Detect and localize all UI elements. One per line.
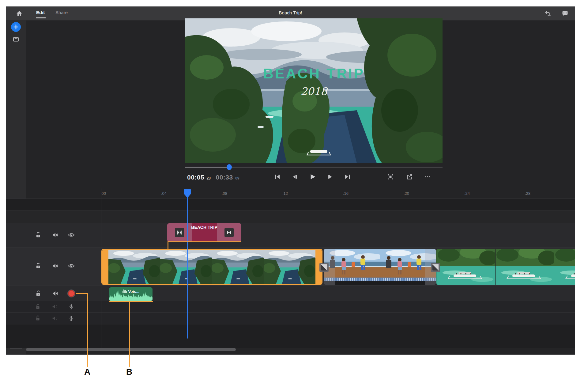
tab-edit-label: Edit xyxy=(36,10,45,15)
feedback-icon[interactable] xyxy=(561,10,569,17)
playhead-marker[interactable] xyxy=(183,189,191,198)
video-clip-2-thumbnails xyxy=(324,249,436,281)
voiceover-underline xyxy=(109,301,153,302)
video-clip-2-audio-waveform xyxy=(324,278,436,281)
title-clip-duration-underline xyxy=(168,241,241,242)
current-time: 00:05 xyxy=(187,174,204,181)
ruler-tick: :00 xyxy=(101,188,112,199)
preview-scrubber-played xyxy=(185,167,230,168)
timecode-display: 00:05 23 00:33 09 xyxy=(187,174,239,181)
track-row-title xyxy=(6,223,575,247)
record-voiceover-button[interactable] xyxy=(68,290,75,297)
track-row-voiceover xyxy=(6,286,575,301)
more-options-icon[interactable] xyxy=(424,173,431,180)
transition-icon[interactable] xyxy=(431,263,440,272)
frame-forward-button[interactable] xyxy=(326,173,334,180)
ruler-tick: :08 xyxy=(215,188,234,199)
total-frames: 09 xyxy=(235,176,239,180)
track-row-empty-2 xyxy=(6,210,575,223)
ruler-tick: :24 xyxy=(458,188,476,199)
speaker-icon[interactable] xyxy=(51,262,59,270)
track-row-audio-2 xyxy=(6,301,575,312)
plus-icon xyxy=(11,22,21,32)
clip-trim-handle-left[interactable] xyxy=(102,250,108,284)
track-row-empty-1 xyxy=(6,199,575,210)
tab-edit-underline xyxy=(36,17,46,18)
speaker-icon[interactable] xyxy=(51,290,59,297)
media-bin-icon[interactable] xyxy=(12,36,20,43)
fullscreen-icon[interactable] xyxy=(387,173,394,180)
preview-video-frame: BEACH TRIP 2018 xyxy=(185,18,443,163)
video-clip-3-thumbnails xyxy=(436,249,575,285)
callout-b-vertical xyxy=(129,302,130,367)
speaker-icon[interactable] xyxy=(51,231,59,239)
skip-end-button[interactable] xyxy=(344,173,351,180)
tab-share[interactable]: Share xyxy=(55,10,68,17)
screenshot-canvas: Edit Share Beach Trip! xyxy=(0,0,588,382)
callout-b-label: B xyxy=(125,367,134,377)
title-clip-label: BEACH TRIP xyxy=(167,225,241,230)
callout-a-label: A xyxy=(83,367,92,377)
total-time: 00:33 xyxy=(216,174,233,181)
video-clip-3[interactable] xyxy=(436,249,575,285)
play-button[interactable] xyxy=(308,173,316,180)
visibility-eye-icon[interactable] xyxy=(68,262,75,270)
visibility-eye-icon[interactable] xyxy=(68,231,75,239)
title-clip-duration-connector xyxy=(168,241,168,249)
video-clip-1-thumbnails xyxy=(108,250,315,284)
ruler-tick: :12 xyxy=(276,188,294,199)
home-icon[interactable] xyxy=(16,10,23,17)
tab-share-label: Share xyxy=(55,10,68,15)
callout-a-horizontal xyxy=(76,293,88,294)
voiceover-clip[interactable]: Voic... xyxy=(109,287,153,301)
ruler-tick: :16 xyxy=(337,188,355,199)
undo-icon[interactable] xyxy=(544,10,552,17)
callout-a-vertical xyxy=(87,293,88,367)
skip-start-button[interactable] xyxy=(273,173,281,180)
speaker-muted-icon[interactable] xyxy=(51,315,59,322)
preview-monitor[interactable]: BEACH TRIP 2018 xyxy=(185,18,443,163)
mini-waveform-icon xyxy=(122,289,127,293)
tab-edit[interactable]: Edit xyxy=(36,10,45,17)
timeline-scrollbar[interactable] xyxy=(26,348,236,351)
add-media-button[interactable] xyxy=(11,22,21,32)
ruler-tick: :04 xyxy=(155,188,173,199)
lock-open-icon[interactable] xyxy=(35,290,42,297)
playhead-line[interactable] xyxy=(187,198,188,339)
track-row-audio-3 xyxy=(6,312,575,324)
track-row-empty-bottom xyxy=(6,324,575,348)
preview-overlay-subtitle: 2018 xyxy=(301,85,328,97)
video-clip-2[interactable] xyxy=(324,249,436,285)
lock-open-icon[interactable] xyxy=(35,303,42,311)
current-frames: 23 xyxy=(207,176,211,180)
video-clip-1-selected[interactable] xyxy=(101,249,322,285)
title-clip[interactable]: BEACH TRIP xyxy=(167,223,241,242)
voiceover-clip-label: Voic... xyxy=(109,289,153,294)
speaker-muted-icon[interactable] xyxy=(51,303,59,311)
microphone-icon[interactable] xyxy=(68,303,75,311)
preview-overlay-title: BEACH TRIP xyxy=(263,66,364,81)
preview-scrubber-handle[interactable] xyxy=(227,164,232,170)
ruler-tick: :28 xyxy=(518,188,537,199)
lock-open-icon[interactable] xyxy=(35,315,42,322)
export-frame-icon[interactable] xyxy=(406,173,413,180)
lock-open-icon[interactable] xyxy=(35,231,42,239)
ruler-tick: :20 xyxy=(397,188,416,199)
timeline-ruler[interactable]: :00 :04 :08 :12 :16 :20 :24 :28 xyxy=(101,188,575,199)
lock-open-icon[interactable] xyxy=(35,262,42,270)
microphone-icon[interactable] xyxy=(68,315,75,322)
frame-back-button[interactable] xyxy=(291,173,298,180)
transition-icon[interactable] xyxy=(319,263,329,272)
